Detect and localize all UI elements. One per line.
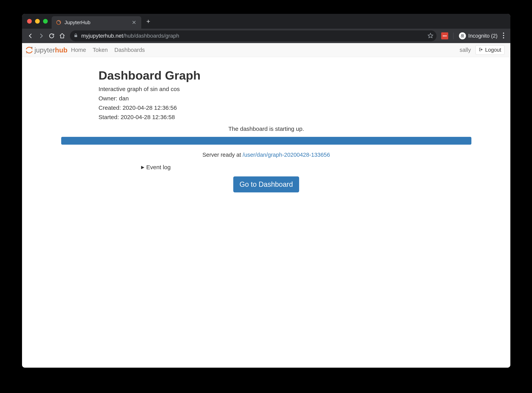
tab-favicon	[56, 20, 61, 25]
reload-button[interactable]	[47, 32, 56, 40]
dashboard-created: Created: 2020-04-28 12:36:56	[99, 104, 483, 111]
event-log-toggle[interactable]: ▶ Event log	[141, 164, 483, 171]
browser-window: JupyterHub ✕ + myjupyterhub.net/hub/dash…	[22, 14, 510, 368]
svg-point-3	[461, 36, 462, 37]
home-button[interactable]	[58, 32, 66, 40]
minimize-window-button[interactable]	[35, 19, 40, 24]
close-window-button[interactable]	[27, 19, 32, 24]
svg-point-6	[503, 35, 504, 36]
dashboard-started: Started: 2020-04-28 12:36:58	[99, 114, 483, 120]
tab-close-icon[interactable]: ✕	[131, 19, 137, 26]
page-content: jupyterhub Home Token Dashboards sally L…	[22, 43, 510, 368]
titlebar: JupyterHub ✕ +	[22, 14, 510, 29]
toolbar-divider	[453, 33, 454, 39]
logo-mark-icon	[25, 46, 33, 54]
extension-icon[interactable]: •••	[441, 32, 448, 39]
nav-right: sally Logout	[459, 45, 504, 55]
svg-marker-2	[428, 33, 433, 38]
status-message: The dashboard is starting up.	[49, 126, 483, 132]
incognito-label: Incognito (2)	[468, 33, 498, 39]
browser-tab[interactable]: JupyterHub ✕	[52, 16, 141, 29]
logout-button[interactable]: Logout	[475, 45, 504, 55]
event-log-label: Event log	[146, 164, 171, 171]
nav-home[interactable]: Home	[71, 47, 86, 53]
maximize-window-button[interactable]	[43, 19, 48, 24]
svg-point-9	[26, 52, 27, 53]
go-to-dashboard-button[interactable]: Go to Dashboard	[233, 177, 299, 192]
dashboard-header: Dashboard Graph Interactive graph of sin…	[49, 69, 483, 120]
logout-icon	[479, 47, 483, 53]
dashboard-title: Dashboard Graph	[99, 69, 483, 82]
lock-icon	[73, 33, 78, 39]
window-controls	[22, 14, 48, 29]
incognito-indicator[interactable]: Incognito (2)	[457, 32, 499, 39]
back-button[interactable]	[26, 32, 35, 40]
server-ready-line: Server ready at /user/dan/graph-20200428…	[49, 152, 483, 158]
nav-menu: Home Token Dashboards	[71, 47, 145, 53]
url-field[interactable]: myjupyterhub.net/hub/dashboards/graph	[70, 30, 436, 41]
server-ready-link[interactable]: /user/dan/graph-20200428-133656	[243, 152, 330, 158]
url-host: myjupyterhub.net	[81, 33, 123, 39]
svg-point-4	[463, 36, 464, 37]
username: sally	[459, 47, 471, 53]
dashboard-owner: Owner: dan	[99, 95, 483, 102]
bookmark-star-icon[interactable]	[428, 33, 433, 39]
svg-point-8	[31, 47, 33, 48]
disclosure-triangle-icon: ▶	[141, 165, 144, 170]
tab-title: JupyterHub	[64, 20, 127, 25]
svg-point-5	[503, 33, 504, 34]
jupyterhub-navbar: jupyterhub Home Token Dashboards sally L…	[22, 43, 510, 57]
browser-menu-button[interactable]	[501, 32, 506, 39]
logo-wordmark: jupyterhub	[34, 46, 68, 54]
nav-dashboards[interactable]: Dashboards	[114, 47, 145, 53]
logout-label: Logout	[485, 47, 501, 53]
nav-token[interactable]: Token	[93, 47, 108, 53]
main-content: Dashboard Graph Interactive graph of sin…	[22, 57, 510, 192]
incognito-icon	[459, 32, 466, 39]
jupyterhub-logo[interactable]: jupyterhub	[25, 46, 68, 54]
dashboard-description: Interactive graph of sin and cos	[99, 86, 483, 92]
url-path: /hub/dashboards/graph	[123, 33, 179, 39]
svg-point-7	[503, 37, 504, 38]
progress-bar	[61, 137, 471, 145]
forward-button[interactable]	[37, 32, 45, 40]
new-tab-button[interactable]: +	[141, 18, 155, 25]
url-text: myjupyterhub.net/hub/dashboards/graph	[81, 33, 425, 39]
svg-rect-1	[74, 35, 77, 37]
address-bar: myjupyterhub.net/hub/dashboards/graph ••…	[22, 29, 510, 43]
server-ready-prefix: Server ready at	[202, 152, 243, 158]
